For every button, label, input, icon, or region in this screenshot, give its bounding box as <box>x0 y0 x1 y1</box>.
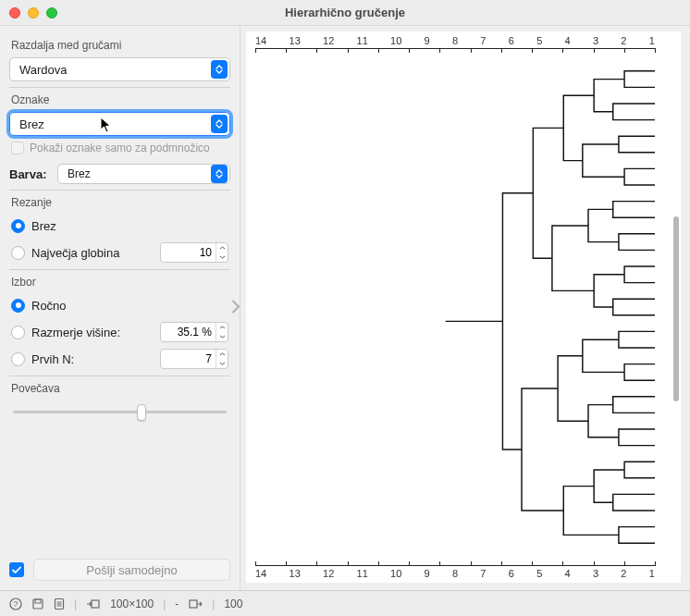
radio-dot-icon <box>11 246 25 260</box>
close-window-button[interactable] <box>9 7 20 18</box>
subset-only-checkbox: Pokaži oznake samo za podmnožico <box>11 142 210 154</box>
axis-tick: 6 <box>509 35 514 46</box>
statusbar: ? | 100×100 | - | 100 <box>0 590 690 616</box>
axis-tick: 5 <box>536 35 542 46</box>
pruning-maxdepth-label: Največja globina <box>31 246 119 260</box>
axis-tick: 4 <box>565 568 571 579</box>
axis-tick: 13 <box>290 568 301 579</box>
axis-tick: 11 <box>357 568 368 579</box>
selection-ratio-radio[interactable]: Razmerje višine: <box>11 326 120 339</box>
status-output-summary: 100 <box>224 598 242 610</box>
selection-topn-label: Prvih N: <box>31 352 74 366</box>
auto-send-checkbox[interactable] <box>9 562 24 577</box>
radio-dot-icon <box>11 299 25 313</box>
pruning-none-row: Brez <box>11 215 228 237</box>
maxdepth-input[interactable] <box>161 246 216 259</box>
ratio-input[interactable] <box>161 326 216 339</box>
minimize-window-button[interactable] <box>28 7 39 18</box>
subset-only-label: Pokaži oznake samo za podmnožico <box>30 142 210 154</box>
help-icon[interactable]: ? <box>9 598 22 610</box>
zoom-window-button[interactable] <box>46 7 57 18</box>
separator <box>9 269 230 270</box>
window-controls <box>9 7 57 18</box>
axis-tick: 8 <box>452 568 458 579</box>
send-button[interactable]: Pošlji samodejno <box>33 559 230 581</box>
axis-tick: 7 <box>480 568 486 579</box>
status-input-extra: - <box>175 598 179 610</box>
axis-tick: 3 <box>593 568 598 579</box>
axis-top: 1413121110987654321 <box>255 35 655 49</box>
selection-manual-label: Ročno <box>31 299 67 313</box>
axis-tick: 4 <box>565 35 571 46</box>
axis-tick: 12 <box>323 568 334 579</box>
ratio-spinbox[interactable] <box>160 322 228 342</box>
checkbox-box-icon <box>11 142 24 154</box>
window-title: Hierarhično gručenje <box>0 6 690 19</box>
dendrogram <box>255 63 655 551</box>
output-icon <box>188 598 203 610</box>
slider-track <box>13 411 227 413</box>
separator <box>9 190 230 191</box>
main-area: Razdalja med gručami Wardova Oznake Brez… <box>0 26 690 590</box>
status-divider: | <box>163 598 166 610</box>
axis-tick: 10 <box>390 568 401 579</box>
axis-tick: 5 <box>536 568 542 579</box>
spinner-icon[interactable] <box>216 350 228 368</box>
axis-tick: 14 <box>255 35 266 46</box>
linkage-select-value: Wardova <box>19 63 68 77</box>
svg-text:?: ? <box>13 599 18 609</box>
pruning-group-label: Rezanje <box>11 196 228 209</box>
axis-tick: 6 <box>509 568 514 579</box>
pruning-none-radio[interactable]: Brez <box>11 219 56 233</box>
selection-topn-row: Prvih N: <box>11 348 228 370</box>
axis-tick: 8 <box>452 35 458 46</box>
status-divider: | <box>212 598 215 610</box>
linkage-select[interactable]: Wardova <box>9 57 230 81</box>
topn-input[interactable] <box>161 352 216 365</box>
radio-dot-icon <box>11 326 25 339</box>
color-select[interactable]: Brez <box>57 164 230 184</box>
send-row: Pošlji samodejno <box>9 559 230 581</box>
axis-tick: 12 <box>323 35 334 46</box>
status-input-summary: 100×100 <box>110 598 154 610</box>
updown-arrows-icon <box>211 60 228 79</box>
zoom-slider[interactable] <box>13 402 227 421</box>
axis-tick: 1 <box>649 35 655 46</box>
report-icon[interactable] <box>54 598 65 610</box>
selection-ratio-label: Razmerje višine: <box>31 326 120 339</box>
axis-tick: 9 <box>425 35 430 46</box>
vertical-scrollbar[interactable] <box>673 216 679 401</box>
selection-ratio-row: Razmerje višine: <box>11 321 228 343</box>
axis-tick: 2 <box>621 35 626 46</box>
axis-tick: 3 <box>593 35 598 46</box>
pruning-maxdepth-radio[interactable]: Največja globina <box>11 246 119 260</box>
updown-arrows-icon <box>211 115 228 133</box>
spinner-icon[interactable] <box>216 243 228 262</box>
send-button-label: Pošlji samodejno <box>86 563 177 577</box>
svg-rect-8 <box>92 600 99 608</box>
save-icon[interactable] <box>31 598 44 610</box>
svg-rect-9 <box>190 600 197 608</box>
radio-dot-icon <box>11 219 25 233</box>
color-label: Barva: <box>9 167 50 181</box>
spinner-icon[interactable] <box>216 323 228 341</box>
axis-tick: 9 <box>425 568 430 579</box>
titlebar: Hierarhično gručenje <box>0 0 690 26</box>
dendrogram-canvas[interactable]: 1413121110987654321 1413121110987654321 <box>246 31 681 583</box>
status-divider: | <box>74 598 77 610</box>
axis-tick: 11 <box>357 35 368 46</box>
maxdepth-spinbox[interactable] <box>160 242 228 263</box>
collapse-sidebar-icon[interactable] <box>230 299 241 318</box>
axis-tick: 10 <box>390 35 401 46</box>
axis-bottom: 1413121110987654321 <box>255 565 655 579</box>
radio-dot-icon <box>11 352 25 366</box>
slider-thumb[interactable] <box>137 404 146 421</box>
zoom-group-label: Povečava <box>11 382 228 395</box>
annotations-select[interactable]: Brez <box>9 112 230 136</box>
axis-tick: 1 <box>649 568 655 579</box>
selection-topn-radio[interactable]: Prvih N: <box>11 352 74 366</box>
updown-arrows-icon <box>211 165 228 183</box>
topn-spinbox[interactable] <box>160 349 228 369</box>
selection-manual-row: Ročno <box>11 294 228 316</box>
selection-manual-radio[interactable]: Ročno <box>11 299 67 313</box>
